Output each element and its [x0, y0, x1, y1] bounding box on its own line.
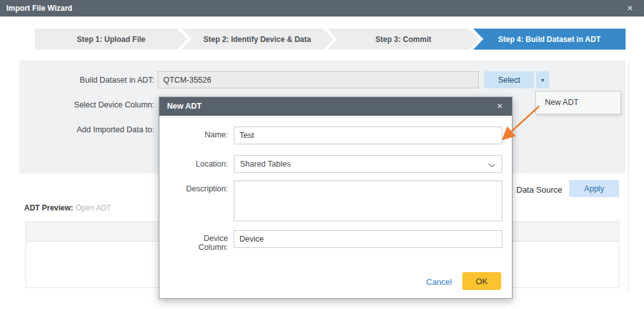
data-source-label: Data Source — [516, 185, 562, 195]
step-2-identify-device-data[interactable]: Step 2: Identify Device & Data — [181, 29, 333, 50]
description-label: Description: — [172, 184, 228, 193]
build-dataset-input[interactable] — [158, 71, 479, 88]
new-adt-modal-header: New ADT ✕ — [159, 97, 512, 116]
import-file-wizard-window: Import File Wizard ✕ Step 1: Upload File… — [0, 0, 644, 309]
open-adt-link[interactable]: Open ADT — [76, 203, 111, 212]
content-right-divider — [628, 60, 629, 292]
adt-preview-label: ADT Preview: — [24, 203, 73, 212]
new-adt-modal: New ADT ✕ Name: Location: Shared Tables … — [159, 97, 513, 299]
ok-button[interactable]: OK — [462, 272, 501, 290]
window-titlebar: Import File Wizard ✕ — [0, 0, 644, 17]
location-select[interactable]: Shared Tables — [234, 155, 502, 173]
select-adt-button[interactable]: Select — [484, 71, 534, 88]
device-column-label: Device Column: — [172, 234, 228, 252]
name-label: Name: — [172, 130, 228, 139]
chevron-down-icon — [488, 161, 495, 167]
window-close-icon[interactable]: ✕ — [624, 0, 636, 17]
description-textarea[interactable] — [234, 181, 502, 221]
device-column-input[interactable] — [234, 230, 502, 248]
cancel-button[interactable]: Cancel — [426, 277, 452, 287]
menu-item-new-adt[interactable]: New ADT — [536, 92, 621, 114]
build-dataset-label: Build Dataset in ADT: — [25, 76, 154, 85]
wizard-step-bar: Step 1: Upload File Step 2: Identify Dev… — [35, 29, 626, 50]
location-selected-value: Shared Tables — [240, 156, 291, 172]
caret-down-icon: ▾ — [541, 77, 544, 83]
step-3-commit[interactable]: Step 3: Commit — [327, 29, 480, 50]
window-title: Import File Wizard — [6, 0, 72, 17]
step-4-build-dataset-in-adt[interactable]: Step 4: Build Dataset in ADT — [473, 29, 626, 50]
select-caret-button[interactable]: ▾ — [536, 71, 549, 88]
add-imported-data-label: Add Imported Data to: — [25, 125, 154, 134]
name-input[interactable] — [234, 127, 502, 144]
step-1-upload-file[interactable]: Step 1: Upload File — [35, 29, 187, 50]
new-adt-close-icon[interactable]: ✕ — [494, 97, 506, 116]
location-label: Location: — [172, 160, 228, 168]
select-device-column-label: Select Device Column: — [25, 100, 154, 109]
apply-button[interactable]: Apply — [569, 180, 619, 197]
select-dropdown-menu: New ADT — [535, 91, 621, 114]
new-adt-modal-title: New ADT — [167, 97, 201, 116]
